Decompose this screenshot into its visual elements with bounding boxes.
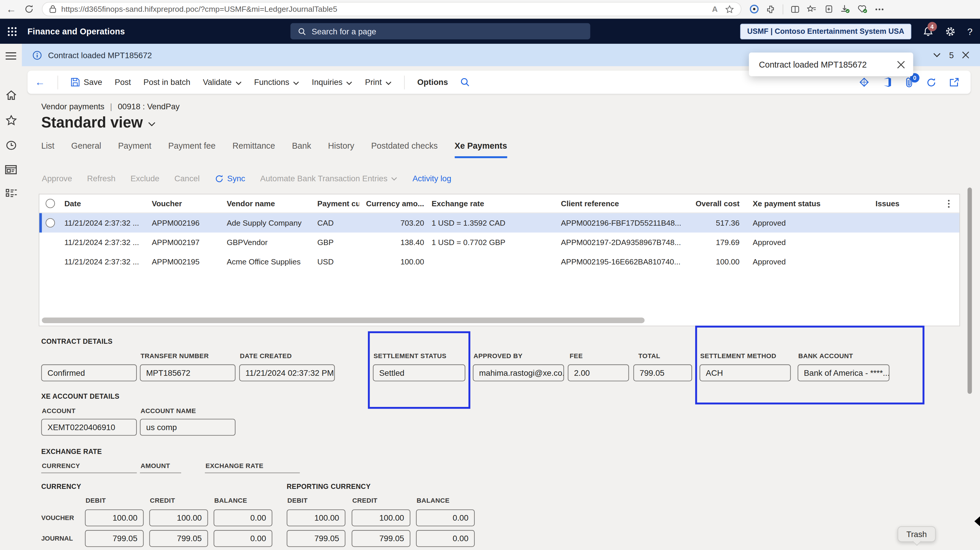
transfer-number-field[interactable]: MPT185672 xyxy=(140,364,236,381)
col-header-date[interactable]: Date xyxy=(64,199,152,208)
collections-icon[interactable] xyxy=(824,5,833,14)
currency-voucher-credit-field[interactable]: 100.00 xyxy=(149,509,208,526)
table-row[interactable]: 11/21/2024 2:37:32 ... APPM002196 Ade Su… xyxy=(39,213,959,233)
settings-gear-icon[interactable] xyxy=(945,26,955,37)
refresh-button[interactable]: Refresh xyxy=(87,174,116,183)
view-title[interactable]: Standard view xyxy=(41,114,155,131)
recent-clock-icon[interactable] xyxy=(5,140,16,151)
browser-back-icon[interactable]: ← xyxy=(6,4,16,14)
activity-log-button[interactable]: Activity log xyxy=(412,174,451,183)
tab-bank[interactable]: Bank xyxy=(292,141,311,158)
reporting-voucher-debit-field[interactable]: 100.00 xyxy=(287,509,345,526)
immersive-reader-icon[interactable]: A xyxy=(712,5,718,14)
tab-history[interactable]: History xyxy=(328,141,354,158)
col-header-vendor-name[interactable]: Vendor name xyxy=(227,199,317,208)
validate-menu-button[interactable]: Validate xyxy=(203,78,242,87)
page-search-input[interactable]: Search for a page xyxy=(290,23,590,39)
lock-icon[interactable] xyxy=(49,5,56,13)
modules-list-icon[interactable] xyxy=(5,189,16,199)
automate-bank-entries-button[interactable]: Automate Bank Transaction Entries xyxy=(260,174,398,183)
inquiries-menu-button[interactable]: Inquiries xyxy=(312,78,353,87)
sync-button[interactable]: Sync xyxy=(215,174,245,183)
open-in-office-icon[interactable] xyxy=(883,77,892,88)
password-manager-icon[interactable] xyxy=(749,5,759,14)
open-new-window-icon[interactable] xyxy=(950,78,959,87)
currency-journal-credit-field[interactable]: 799.05 xyxy=(149,530,208,547)
page-vertical-scrollbar[interactable] xyxy=(967,187,972,394)
col-header-xe-payment-status[interactable]: Xe payment status xyxy=(740,199,838,208)
save-button[interactable]: Save xyxy=(70,78,102,87)
post-in-batch-button[interactable]: Post in batch xyxy=(143,78,191,87)
downloads-icon[interactable] xyxy=(840,5,850,14)
account-name-field[interactable]: us comp xyxy=(140,419,236,435)
hamburger-menu-icon[interactable] xyxy=(6,52,16,60)
back-button[interactable]: ← xyxy=(35,77,45,88)
refresh-icon[interactable] xyxy=(926,77,936,87)
fee-field[interactable]: 2.00 xyxy=(568,364,629,381)
account-field[interactable]: XEMT0220406910 xyxy=(41,419,137,435)
tab-list[interactable]: List xyxy=(41,141,54,158)
select-all-radio[interactable] xyxy=(46,199,55,208)
reporting-voucher-credit-field[interactable]: 100.00 xyxy=(352,509,410,526)
help-icon[interactable]: ? xyxy=(967,26,973,37)
notifications-bell-icon[interactable]: 4 xyxy=(923,26,933,37)
reporting-journal-debit-field[interactable]: 799.05 xyxy=(287,530,345,547)
currency-voucher-balance-field[interactable]: 0.00 xyxy=(214,509,272,526)
exclude-button[interactable]: Exclude xyxy=(130,174,159,183)
approve-button[interactable]: Approve xyxy=(42,174,72,183)
breadcrumb-module[interactable]: Vendor payments xyxy=(41,102,104,112)
table-row[interactable]: 11/21/2024 2:37:32 ... APPM002197 GBPVen… xyxy=(39,233,959,252)
reporting-journal-credit-field[interactable]: 799.05 xyxy=(352,530,410,547)
message-bar-expand-icon[interactable] xyxy=(934,53,941,57)
table-row[interactable]: 11/21/2024 2:37:32 ... APPM002195 Acme O… xyxy=(39,252,959,271)
bank-account-field[interactable]: Bank of America - ****... xyxy=(798,364,889,381)
favorite-star-icon[interactable] xyxy=(725,5,734,14)
tab-payment-fee[interactable]: Payment fee xyxy=(168,141,215,158)
currency-journal-balance-field[interactable]: 0.00 xyxy=(214,530,272,547)
col-header-currency-amount[interactable]: Currency amo... xyxy=(359,199,424,208)
favorites-bar-icon[interactable] xyxy=(807,5,816,14)
browser-menu-icon[interactable] xyxy=(875,8,884,11)
app-title[interactable]: Finance and Operations xyxy=(28,26,125,36)
approved-by-field[interactable]: mahima.rastogi@xe.co... xyxy=(473,364,564,381)
currency-journal-debit-field[interactable]: 799.05 xyxy=(85,530,143,547)
print-menu-button[interactable]: Print xyxy=(365,78,391,87)
total-field[interactable]: 799.05 xyxy=(633,364,692,381)
tab-xe-payments[interactable]: Xe Payments xyxy=(455,141,507,158)
tab-postdated-checks[interactable]: Postdated checks xyxy=(371,141,438,158)
cancel-button[interactable]: Cancel xyxy=(174,174,200,183)
company-picker[interactable]: USMF | Contoso Entertainment System USA xyxy=(740,24,911,39)
row-select-radio[interactable] xyxy=(46,218,55,227)
waffle-menu-icon[interactable] xyxy=(8,26,17,36)
currency-voucher-debit-field[interactable]: 100.00 xyxy=(85,509,143,526)
tab-general[interactable]: General xyxy=(72,141,101,158)
grid-horizontal-scrollbar[interactable] xyxy=(41,317,958,324)
grid-menu-icon[interactable] xyxy=(938,199,959,208)
contract-status-field[interactable]: Confirmed xyxy=(41,364,137,381)
action-search-icon[interactable] xyxy=(460,78,470,87)
attachments-paperclip-icon[interactable]: 0 xyxy=(905,77,913,88)
reporting-voucher-balance-field[interactable]: 0.00 xyxy=(416,509,475,526)
workspaces-icon[interactable] xyxy=(5,165,17,175)
col-header-issues[interactable]: Issues xyxy=(838,199,938,208)
split-screen-icon[interactable] xyxy=(791,5,799,14)
tab-remittance[interactable]: Remittance xyxy=(232,141,275,158)
toast-close-icon[interactable] xyxy=(897,60,905,69)
date-created-field[interactable]: 11/21/2024 02:37:32 PM xyxy=(239,364,335,381)
tab-payment[interactable]: Payment xyxy=(118,141,151,158)
functions-menu-button[interactable]: Functions xyxy=(254,78,299,87)
settlement-method-field[interactable]: ACH xyxy=(700,364,791,381)
favorites-star-icon[interactable] xyxy=(5,115,16,126)
settlement-status-field[interactable]: Settled xyxy=(373,364,465,381)
personalize-icon[interactable] xyxy=(859,77,869,88)
browser-health-icon[interactable] xyxy=(858,5,867,14)
reporting-journal-balance-field[interactable]: 0.00 xyxy=(416,530,475,547)
home-icon[interactable] xyxy=(5,90,16,100)
col-header-overall-cost[interactable]: Overall cost xyxy=(682,199,740,208)
col-header-payment-currency[interactable]: Payment curre... xyxy=(317,199,360,208)
address-bar[interactable]: https://d365finops-sand.hifxpreprod.poc/… xyxy=(42,2,741,16)
col-header-exchange-rate[interactable]: Exchange rate xyxy=(424,199,561,208)
browser-refresh-icon[interactable] xyxy=(24,5,34,14)
options-button[interactable]: Options xyxy=(417,78,448,87)
extensions-puzzle-icon[interactable] xyxy=(766,5,775,14)
